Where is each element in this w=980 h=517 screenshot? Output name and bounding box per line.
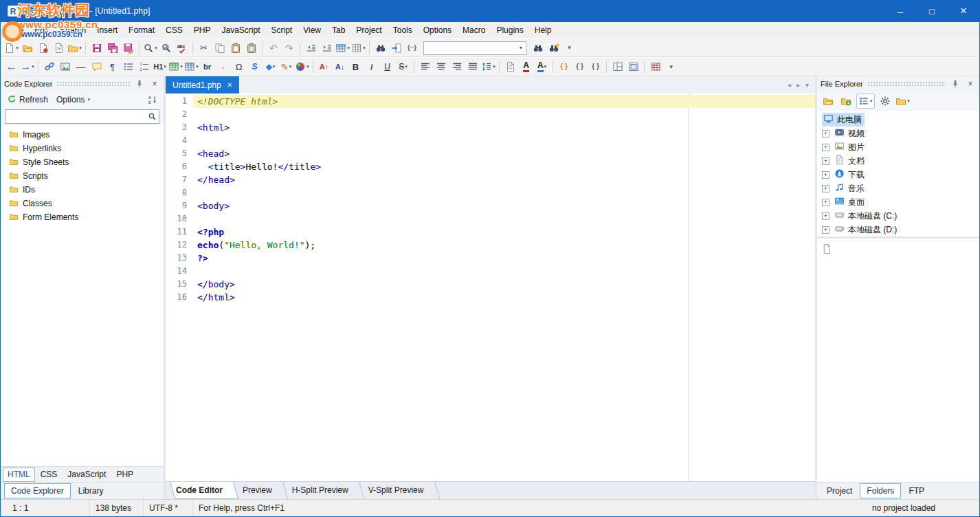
save-all-button[interactable]: [104, 40, 120, 56]
bullet-list-button[interactable]: [120, 59, 136, 75]
highlight-color-button[interactable]: A▾: [534, 59, 550, 75]
menu-options[interactable]: Options: [418, 23, 457, 37]
comment-button[interactable]: [89, 59, 104, 75]
forward-button[interactable]: →▾: [19, 59, 35, 75]
validate-button[interactable]: [647, 59, 663, 75]
open-file-button[interactable]: [19, 40, 35, 56]
script-tag-button[interactable]: S: [247, 59, 263, 75]
decrease-indent-button[interactable]: [303, 40, 319, 56]
folder-item-pictures[interactable]: +图片: [817, 140, 979, 154]
align-justify-button[interactable]: [465, 59, 480, 75]
file-list[interactable]: [817, 239, 979, 482]
chevron-down-icon[interactable]: ▾: [516, 45, 526, 51]
toolbar1-overflow-button[interactable]: ▾: [561, 40, 577, 56]
insert-table-button[interactable]: ▾: [168, 59, 183, 75]
edit-table-button[interactable]: ▾: [183, 59, 199, 75]
search-icon[interactable]: [145, 112, 159, 121]
increase-indent-button[interactable]: [319, 40, 335, 56]
folder-item-this-pc[interactable]: 此电脑: [817, 113, 979, 126]
format-code-button[interactable]: ▾: [335, 40, 350, 56]
menu-format[interactable]: Format: [123, 23, 160, 37]
menu-css[interactable]: CSS: [160, 23, 188, 37]
menu-file[interactable]: File: [5, 23, 29, 37]
new-folder-button[interactable]: [838, 94, 854, 109]
new-from-template-button[interactable]: [35, 40, 51, 56]
align-right-button[interactable]: [449, 59, 465, 75]
numbered-list-button[interactable]: 12: [136, 59, 152, 75]
tree-item-ids[interactable]: IDs: [1, 183, 164, 197]
reopen-file-button[interactable]: [51, 40, 67, 56]
format-painter-button[interactable]: ✎▾: [278, 59, 294, 75]
tab-list-icon[interactable]: ▾: [805, 81, 809, 89]
expand-icon[interactable]: +: [822, 130, 829, 138]
menu-macro[interactable]: Macro: [457, 23, 491, 37]
paste-html-button[interactable]: [243, 40, 259, 56]
tab-scroll-left-icon[interactable]: ◂: [788, 81, 791, 89]
search-files-button[interactable]: [530, 40, 546, 56]
tab-h-split-preview[interactable]: H-Split Preview: [286, 482, 359, 499]
folder-item-drive-c[interactable]: +本地磁盘 (C:): [817, 209, 979, 223]
menu-help[interactable]: Help: [529, 23, 557, 37]
tree-item-classes[interactable]: Classes: [1, 197, 164, 210]
tree-item-form-elements[interactable]: Form Elements: [1, 210, 164, 224]
tab-javascript[interactable]: JavaScript: [63, 468, 111, 482]
line-spacing-button[interactable]: ▾: [480, 59, 496, 75]
code-editor[interactable]: 1<!DOCTYPE html>23<html>45<head>6 <title…: [166, 94, 815, 481]
menu-edit[interactable]: Edit: [29, 23, 54, 37]
open-folder-button[interactable]: [821, 94, 836, 109]
strikethrough-button[interactable]: S▾: [395, 59, 411, 75]
expand-icon[interactable]: +: [822, 212, 829, 220]
back-button[interactable]: ←: [3, 59, 19, 75]
expand-icon[interactable]: +: [822, 185, 829, 192]
font-color-button[interactable]: A: [518, 59, 534, 75]
browse-files-button[interactable]: ▾: [67, 40, 82, 56]
pin-icon[interactable]: [134, 78, 145, 89]
expand-icon[interactable]: +: [822, 171, 829, 179]
decrease-font-button[interactable]: A↓: [332, 59, 348, 75]
menu-script[interactable]: Script: [266, 23, 298, 37]
folder-item-music[interactable]: +音乐: [817, 182, 979, 195]
refresh-button[interactable]: Refresh: [5, 93, 50, 107]
close-panel-icon[interactable]: ×: [965, 78, 976, 89]
tree-item-hyperlinks[interactable]: Hyperlinks: [1, 142, 164, 155]
tab-scroll-right-icon[interactable]: ▸: [797, 81, 800, 89]
new-file-button[interactable]: ▾: [3, 40, 19, 56]
tab-php[interactable]: PHP: [111, 468, 138, 482]
bold-button[interactable]: B: [348, 59, 364, 75]
quick-search-combobox-input[interactable]: [424, 42, 516, 54]
minimize-button[interactable]: –: [884, 0, 916, 22]
tab-library[interactable]: Library: [72, 484, 110, 498]
nbsp-button[interactable]: ·: [215, 59, 231, 75]
tree-item-images[interactable]: Images: [1, 128, 164, 142]
increase-font-button[interactable]: A↑: [316, 59, 332, 75]
tab-preview[interactable]: Preview: [236, 482, 283, 499]
tree-item-style-sheets[interactable]: Style Sheets: [1, 155, 164, 169]
css-id-button[interactable]: { }: [588, 59, 603, 75]
frameset-button[interactable]: [610, 59, 625, 75]
align-left-button[interactable]: [417, 59, 433, 75]
menu-tab[interactable]: Tab: [326, 23, 350, 37]
page-properties-button[interactable]: [502, 59, 518, 75]
undo-button[interactable]: ↶: [265, 40, 281, 56]
copy-button[interactable]: [212, 40, 227, 56]
iframe-button[interactable]: [625, 59, 641, 75]
line-break-button[interactable]: br: [199, 59, 215, 75]
redo-button[interactable]: ↷: [281, 40, 297, 56]
tab-folders[interactable]: Folders: [860, 483, 901, 498]
toolbar2-overflow-button[interactable]: ▾: [663, 59, 679, 75]
tab-code-explorer[interactable]: Code Explorer: [4, 483, 71, 498]
maximize-button[interactable]: □: [916, 0, 948, 22]
goto-line-button[interactable]: [388, 40, 404, 56]
favorites-button[interactable]: ▾: [895, 94, 911, 109]
tree-item-scripts[interactable]: Scripts: [1, 169, 164, 183]
sort-button[interactable]: AZ: [146, 94, 159, 106]
folder-item-videos[interactable]: +视频: [817, 126, 979, 140]
align-center-button[interactable]: [433, 59, 449, 75]
heading-button[interactable]: H1▾: [152, 59, 168, 75]
find-button[interactable]: ▾: [142, 40, 158, 56]
search-project-button[interactable]: [546, 40, 561, 56]
tab-v-split-preview[interactable]: V-Split Preview: [362, 482, 435, 499]
expand-icon[interactable]: +: [822, 157, 829, 165]
tab-css[interactable]: CSS: [36, 468, 63, 482]
close-panel-icon[interactable]: ×: [149, 78, 160, 89]
